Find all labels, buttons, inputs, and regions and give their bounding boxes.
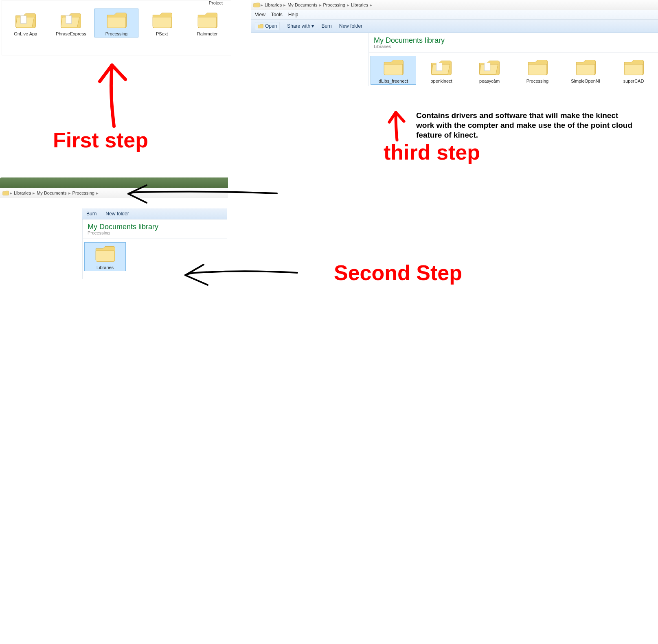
folder-label: Rainmeter: [186, 31, 228, 36]
folder-open-icon: [14, 11, 37, 29]
crumb-libraries[interactable]: Libraries: [13, 191, 32, 195]
folder-icon: [94, 244, 116, 263]
folder-openkinect[interactable]: openkinect: [419, 56, 464, 85]
new-folder-button[interactable]: New folder: [339, 23, 362, 29]
step3-annotation: third step: [384, 140, 480, 164]
folder-psext[interactable]: PSext: [140, 9, 184, 37]
chevron-right-icon: ▸: [9, 191, 13, 196]
folder-label: superCAD: [612, 79, 655, 83]
open-label: Open: [265, 23, 277, 29]
step1-panel: Project OnLive App PhraseExpress Pr: [2, 0, 231, 55]
menu-view[interactable]: View: [255, 12, 265, 18]
folder-icon: [526, 58, 549, 77]
burn-button[interactable]: Burn: [321, 23, 331, 29]
crumb-libraries[interactable]: Libraries: [264, 2, 283, 7]
menu-bar: View Tools Help: [251, 10, 658, 20]
step2-window-top: [0, 177, 228, 189]
svg-rect-3: [485, 63, 490, 71]
folder-label: Libraries: [86, 265, 125, 270]
crumb-processing[interactable]: Processing: [72, 191, 95, 195]
folder-simpleopenni[interactable]: SimpleOpenNI: [563, 56, 608, 85]
step3-folder-row: dLibs_freenect openkinect: [369, 53, 658, 86]
folder-icon: [151, 11, 173, 29]
folder-rainmeter[interactable]: Rainmeter: [185, 9, 229, 37]
folder-processing-lib[interactable]: Processing: [515, 56, 560, 85]
folder-peasycam[interactable]: peasycàm: [467, 56, 512, 85]
folder-icon: [253, 2, 260, 8]
step2-folder-row: Libraries: [83, 239, 227, 273]
folder-label: Processing: [516, 79, 559, 83]
step3-panel: ▸ Libraries ▸ My Documents ▸ Processing …: [251, 0, 658, 86]
toolbar: Open Share with ▾ Burn New folder: [251, 20, 658, 33]
folder-open-icon: [258, 23, 263, 29]
folder-icon: [574, 58, 597, 77]
folder-open-icon: [478, 58, 501, 77]
folder-icon: [105, 11, 128, 29]
new-folder-button[interactable]: New folder: [105, 211, 129, 217]
toolbar: Burn New folder: [82, 208, 227, 219]
share-with-button[interactable]: Share with ▾: [287, 23, 314, 29]
library-title: My Documents library: [374, 36, 653, 45]
folder-dlibs-freenect[interactable]: dLibs_freenect: [371, 56, 416, 85]
folder-label: PSext: [141, 31, 183, 36]
crumb-processing[interactable]: Processing: [322, 2, 346, 7]
folder-label: SimpleOpenNI: [564, 79, 607, 83]
folder-phraseexpress[interactable]: PhraseExpress: [49, 9, 93, 37]
breadcrumb[interactable]: ▸ Libraries ▸ My Documents ▸ Processing …: [0, 188, 228, 198]
open-button[interactable]: Open: [255, 22, 280, 30]
menu-tools[interactable]: Tools: [271, 12, 283, 18]
step1-annotation: First step: [53, 128, 148, 152]
folder-onlive-app[interactable]: OnLive App: [4, 9, 48, 37]
folder-icon: [382, 58, 405, 77]
crumb-libraries-2[interactable]: Libraries: [350, 2, 369, 7]
folder-icon: [622, 58, 645, 77]
folder-supercad[interactable]: superCAD: [611, 56, 656, 85]
crumb-my-documents[interactable]: My Documents: [287, 2, 318, 7]
chevron-right-icon: ▸: [369, 2, 373, 8]
folder-open-icon: [430, 58, 453, 77]
library-title: My Documents library: [88, 223, 222, 231]
step2-content: Burn New folder My Documents library Pro…: [82, 208, 227, 279]
folder-label: Processing: [96, 31, 137, 36]
chevron-right-icon: ▸: [346, 2, 350, 8]
crumb-my-documents[interactable]: My Documents: [36, 191, 67, 195]
library-header: My Documents library Processing: [83, 219, 227, 237]
svg-rect-2: [436, 63, 442, 71]
step2-annotation: Second Step: [334, 261, 462, 285]
folder-label: dLibs_freenect: [372, 79, 415, 83]
chevron-right-icon: ▸: [95, 191, 99, 196]
chevron-right-icon: ▸: [283, 2, 287, 8]
folder-label: OnLive App: [5, 31, 46, 36]
step1-folder-row: OnLive App PhraseExpress Processing PSex…: [2, 5, 231, 39]
folder-label: openkinect: [420, 79, 463, 83]
folder-icon: [196, 11, 219, 29]
folder-open-icon: [59, 11, 82, 29]
folder-label: peasycàm: [468, 79, 511, 83]
step3-description: Contains drivers and software that will …: [416, 111, 636, 140]
step2-panel: ▸ Libraries ▸ My Documents ▸ Processing …: [0, 188, 228, 198]
annotation-arrows: [0, 0, 658, 644]
folder-processing[interactable]: Processing: [94, 9, 138, 37]
library-header: My Documents library Libraries: [369, 33, 658, 50]
folder-icon: [2, 190, 9, 196]
step1-top-label: Project: [2, 0, 231, 5]
folder-libraries[interactable]: Libraries: [84, 242, 126, 271]
svg-rect-1: [66, 16, 72, 24]
menu-help[interactable]: Help: [288, 12, 298, 18]
burn-button[interactable]: Burn: [86, 211, 97, 217]
chevron-right-icon: ▸: [260, 2, 264, 8]
breadcrumb[interactable]: ▸ Libraries ▸ My Documents ▸ Processing …: [251, 0, 658, 10]
chevron-right-icon: ▸: [68, 191, 72, 196]
chevron-right-icon: ▸: [318, 2, 322, 8]
chevron-right-icon: ▸: [32, 191, 36, 196]
folder-label: PhraseExpress: [50, 31, 92, 36]
svg-rect-0: [21, 16, 26, 24]
